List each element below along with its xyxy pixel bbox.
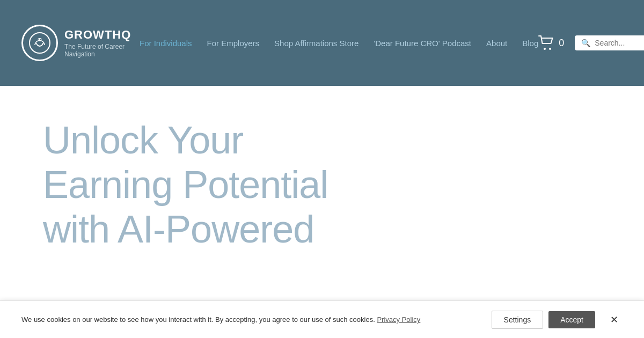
cookie-banner: We use cookies on our website to see how… (0, 300, 644, 338)
svg-point-1 (544, 48, 546, 50)
svg-point-2 (549, 48, 551, 50)
nav-right: 0 🔍 (538, 35, 644, 50)
cookie-buttons: Settings Accept ✕ (492, 311, 623, 329)
logo-icon (21, 25, 58, 61)
privacy-policy-link[interactable]: Privacy Policy (377, 315, 420, 324)
hero-line2: Earning Potential (43, 163, 328, 207)
logo-tagline: The Future of Career Navigation (64, 43, 140, 58)
cookie-close-button[interactable]: ✕ (606, 312, 623, 328)
main-nav: For Individuals For Employers Shop Affir… (140, 39, 538, 48)
cart-count: 0 (559, 38, 564, 49)
main-content: Unlock Your Earning Potential with AI-Po… (0, 86, 644, 306)
nav-for-individuals[interactable]: For Individuals (140, 39, 192, 48)
logo-area: GROWTHQ The Future of Career Navigation (21, 25, 140, 61)
search-box[interactable]: 🔍 (575, 35, 644, 50)
logo-text: GROWTHQ The Future of Career Navigation (64, 28, 140, 58)
search-icon: 🔍 (581, 39, 590, 47)
cookie-settings-button[interactable]: Settings (492, 311, 544, 329)
nav-for-employers[interactable]: For Employers (207, 39, 260, 48)
cart-icon (538, 35, 554, 50)
logo-name: GROWTHQ (64, 28, 140, 42)
nav-about[interactable]: About (486, 39, 507, 48)
hero-line3: with AI-Powered (43, 207, 328, 252)
hero-heading: Unlock Your Earning Potential with AI-Po… (43, 118, 328, 251)
cookie-message: We use cookies on our website to see how… (21, 315, 475, 324)
svg-point-0 (30, 33, 50, 53)
cart-button[interactable]: 0 (538, 35, 564, 50)
nav-blog[interactable]: Blog (522, 39, 538, 48)
nav-shop[interactable]: Shop Affirmations Store (274, 39, 358, 48)
nav-podcast[interactable]: 'Dear Future CRO' Podcast (374, 39, 471, 48)
cookie-accept-button[interactable]: Accept (548, 311, 595, 328)
site-header: GROWTHQ The Future of Career Navigation … (0, 0, 644, 86)
search-input[interactable] (595, 39, 644, 47)
hero-line1: Unlock Your (43, 118, 328, 163)
